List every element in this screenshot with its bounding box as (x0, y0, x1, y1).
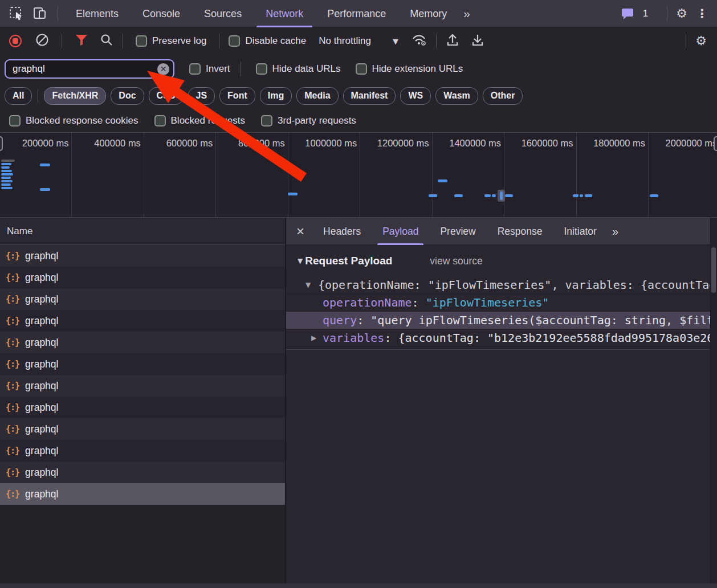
kebab-menu-icon[interactable]: ⋮ (696, 7, 708, 21)
extra-filters-row: Blocked response cookiesBlocked requests… (0, 109, 717, 132)
collapsed-triangle-icon[interactable]: ▶ (311, 329, 316, 347)
chip-manifest[interactable]: Manifest (343, 87, 396, 105)
chip-media[interactable]: Media (296, 87, 338, 105)
json-braces-icon: {:} (6, 251, 19, 261)
device-toolbar-icon[interactable] (32, 6, 47, 21)
chip-js[interactable]: JS (188, 87, 215, 105)
chip-fetch-xhr[interactable]: Fetch/XHR (44, 87, 106, 105)
request-row[interactable]: {:}graphql (0, 483, 285, 505)
request-name: graphql (25, 315, 58, 327)
disable-cache-checkbox[interactable] (229, 35, 240, 47)
overview-right-handle[interactable] (714, 136, 717, 151)
tabbar-right-separator (667, 6, 667, 21)
details-more-tabs-icon[interactable]: ›› (608, 218, 622, 245)
request-row[interactable]: {:}graphql (0, 418, 285, 440)
request-row[interactable]: {:}graphql (0, 245, 285, 267)
request-row[interactable]: {:}graphql (0, 397, 285, 418)
payload-text-segment: {operationName: "ipFlowTimeseries", vari… (318, 278, 710, 292)
toolbar-separator (123, 34, 123, 48)
network-conditions-icon[interactable] (411, 33, 428, 49)
json-braces-icon: {:} (6, 467, 19, 477)
payload-text-segment: variables (323, 331, 384, 345)
toolbar-separator (436, 34, 437, 48)
collapse-triangle-icon[interactable]: ▼ (298, 257, 303, 265)
payload-tree-row[interactable]: ▼{operationName: "ipFlowTimeseries", var… (286, 276, 710, 294)
chip-all[interactable]: All (5, 87, 32, 105)
json-braces-icon: {:} (6, 359, 19, 369)
issues-message-icon[interactable] (621, 7, 634, 20)
details-tab-payload[interactable]: Payload (372, 218, 429, 245)
waterfall-bar (429, 194, 437, 197)
tab-sources[interactable]: Sources (192, 0, 254, 27)
request-row[interactable]: {:}graphql (0, 267, 285, 288)
inspect-element-icon[interactable] (9, 6, 23, 21)
request-row[interactable]: {:}graphql (0, 375, 285, 397)
record-network-log-button[interactable] (9, 35, 22, 47)
expanded-triangle-icon[interactable]: ▼ (305, 276, 311, 294)
export-har-icon[interactable] (471, 33, 484, 49)
details-tab-headers[interactable]: Headers (312, 218, 372, 245)
details-scrollbar[interactable] (710, 218, 717, 583)
details-tab-response[interactable]: Response (487, 218, 553, 245)
name-column-header[interactable]: Name (0, 218, 285, 245)
search-icon[interactable] (100, 33, 113, 49)
filter-input[interactable] (6, 63, 173, 75)
chip-ws[interactable]: WS (400, 87, 431, 105)
request-row[interactable]: {:}graphql (0, 440, 285, 462)
settings-gear-icon[interactable]: ⚙ (676, 7, 687, 20)
blocked-response-cookies-label: Blocked response cookies (26, 115, 138, 126)
filter-funnel-icon[interactable] (75, 34, 88, 48)
details-tab-preview[interactable]: Preview (429, 218, 486, 245)
import-har-icon[interactable] (446, 33, 459, 49)
view-source-link[interactable]: view source (430, 255, 482, 267)
request-name: graphql (25, 358, 58, 370)
waterfall-bar (40, 188, 50, 191)
payload-section-title: Request Payload (305, 255, 392, 267)
timeline-tick: 400000 ms (72, 133, 144, 217)
request-row[interactable]: {:}graphql (0, 310, 285, 332)
blocked-requests-label: Blocked requests (171, 115, 245, 126)
hide-extension-urls-checkbox[interactable] (356, 63, 367, 75)
timeline-overview[interactable]: 200000 ms400000 ms600000 ms800000 ms1000… (0, 132, 717, 218)
request-row[interactable]: {:}graphql (0, 462, 285, 483)
waterfall-bar (585, 194, 592, 197)
chip-wasm[interactable]: Wasm (435, 87, 478, 105)
more-tabs-icon[interactable]: ›› (459, 0, 473, 27)
chip-img[interactable]: Img (260, 87, 292, 105)
tab-console[interactable]: Console (131, 0, 192, 27)
tab-performance[interactable]: Performance (315, 0, 398, 27)
invert-checkbox[interactable] (189, 63, 201, 75)
clear-network-log-icon[interactable] (35, 33, 49, 49)
close-details-icon[interactable]: × (286, 218, 312, 244)
chip-font[interactable]: Font (219, 87, 255, 105)
payload-tree-row[interactable]: query: "query ipFlowTimeseries($accountT… (286, 312, 710, 329)
waterfall-bar (438, 179, 447, 182)
hide-data-urls-checkbox[interactable] (256, 63, 267, 75)
network-settings-gear-icon[interactable]: ⚙ (695, 35, 707, 47)
overview-left-handle[interactable] (0, 136, 3, 151)
message-count: 1 (643, 8, 648, 19)
clear-filter-icon[interactable]: ✕ (157, 63, 169, 75)
tab-memory[interactable]: Memory (398, 0, 459, 27)
request-row[interactable]: {:}graphql (0, 288, 285, 310)
blocked-response-cookies-checkbox[interactable] (9, 115, 21, 126)
tab-network[interactable]: Network (254, 0, 315, 27)
payload-text-segment: : {accountTag: "b12e3b2192ee5588fdad9951… (384, 331, 710, 345)
waterfall-bar (1, 163, 11, 165)
scrollbar-thumb[interactable] (711, 247, 716, 293)
chip-css[interactable]: CSS (149, 87, 184, 105)
timeline-ticks: 200000 ms400000 ms600000 ms800000 ms1000… (0, 133, 717, 217)
payload-tree-row[interactable]: ▶variables: {accountTag: "b12e3b2192ee55… (286, 329, 710, 347)
details-tab-initiator[interactable]: Initiator (553, 218, 607, 245)
3rd-party-requests-checkbox[interactable] (261, 115, 272, 126)
devtools-tabs: ElementsConsoleSourcesNetworkPerformance… (64, 0, 459, 27)
request-row[interactable]: {:}graphql (0, 353, 285, 375)
chip-other[interactable]: Other (483, 87, 523, 105)
blocked-requests-checkbox[interactable] (154, 115, 166, 126)
payload-tree-row[interactable]: operationName: "ipFlowTimeseries" (286, 294, 710, 312)
request-row[interactable]: {:}graphql (0, 332, 285, 353)
tab-elements[interactable]: Elements (64, 0, 131, 27)
chip-doc[interactable]: Doc (111, 87, 144, 105)
throttling-dropdown[interactable]: No throttling ▼ (319, 35, 398, 47)
preserve-log-checkbox[interactable] (136, 35, 147, 47)
